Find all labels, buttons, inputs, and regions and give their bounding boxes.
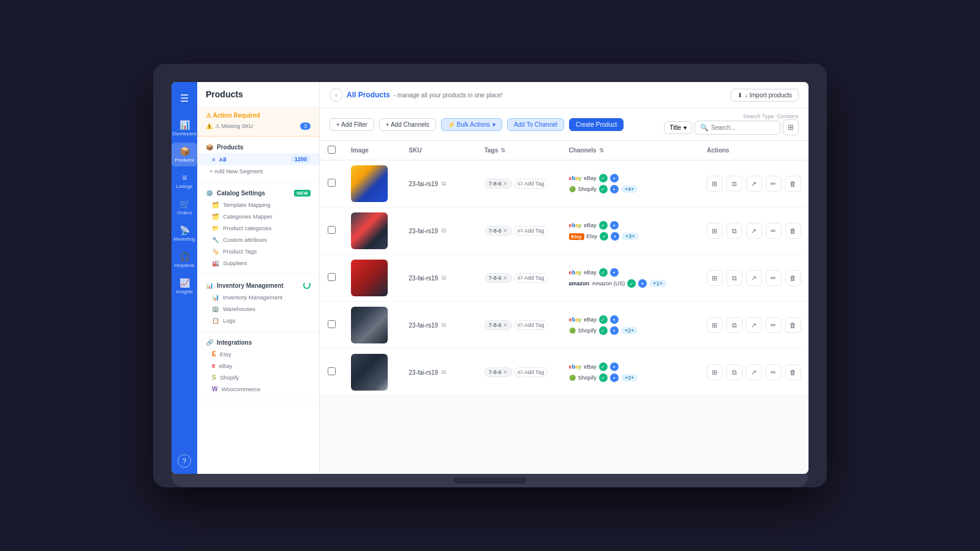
sidebar-item-warehouses[interactable]: 🏢 Warehouses [197,303,319,315]
sidebar-item-products[interactable]: 📦 Products [172,143,197,167]
duplicate-action-button[interactable]: ⧉ [726,364,742,380]
export-action-button[interactable]: ↗ [746,270,762,286]
products-section-title[interactable]: 📦 Products [197,141,319,153]
add-tag-button[interactable]: 🏷 Add Tag [514,367,548,377]
sidebar-item-listings[interactable]: ≡ Listings [172,169,197,193]
export-action-button[interactable]: ↗ [746,223,762,239]
back-button[interactable]: ‹ [330,88,343,102]
delete-action-button[interactable]: 🗑 [785,364,801,380]
logo-button[interactable]: ☰ [175,88,194,108]
sidebar-item-shopify[interactable]: S Shopify [197,372,319,383]
edit-action-button[interactable]: ✏ [766,176,782,192]
view-action-button[interactable]: ⊞ [707,270,723,286]
edit-action-button[interactable]: ✏ [766,270,782,286]
delete-action-button[interactable]: 🗑 [785,176,801,192]
etsy-icon: E [212,351,216,358]
sidebar-item-helpdesk[interactable]: 🎧 Helpdesk [172,248,197,272]
duplicate-action-button[interactable]: ⧉ [726,223,742,239]
sidebar-item-custom-attributes[interactable]: 🔧 Custom attribues [197,234,319,246]
add-tag-button[interactable]: 🏷 Add Tag [514,273,548,283]
bulk-actions-button[interactable]: ⚡ Bulk Actions ▾ [441,118,502,131]
add-segment-button[interactable]: + Add New Segment [197,165,319,177]
export-action-button[interactable]: ↗ [746,176,762,192]
sidebar-item-dashboard[interactable]: 📊 Dashboard [172,116,197,140]
remove-tag-button[interactable]: ✕ [503,322,508,328]
add-channels-button[interactable]: + Add Channels [379,118,436,131]
title-select[interactable]: Title ▾ [664,121,692,134]
more-channels-badge[interactable]: +4+ [621,186,638,193]
add-tag-label: Add Tag [524,322,545,328]
copy-sku-button[interactable]: ⧉ [442,274,446,282]
sidebar-item-template-mapping[interactable]: 🗂️ Template Mapping [197,199,319,211]
sidebar-item-categories-mapper[interactable]: 🗂️ Categories Mapper [197,211,319,222]
more-channels-badge[interactable]: +3+ [621,374,638,381]
channels-sort-icon[interactable]: ⇅ [599,147,604,154]
sidebar-item-ebay[interactable]: e eBay [197,360,319,372]
add-tag-button[interactable]: 🏷 Add Tag [514,320,548,330]
sidebar-item-woocommerce[interactable]: W Woocommerce [197,383,319,395]
sidebar-item-insights[interactable]: 📈 Insights [172,274,197,298]
row-checkbox[interactable] [328,320,336,328]
sidebar-item-product-categories[interactable]: 📁 Product categories [197,222,319,234]
add-to-channel-button[interactable]: Add To Channel [507,118,564,131]
export-action-button[interactable]: ↗ [746,364,762,380]
view-action-button[interactable]: ⊞ [707,176,723,192]
add-tag-button[interactable]: 🏷 Add Tag [514,226,548,236]
sidebar-item-product-tags[interactable]: 🏷️ Product Tags [197,246,319,257]
catalog-section-title[interactable]: ⚙️ Catalog Settings NEW [197,187,319,199]
delete-action-button[interactable]: 🗑 [785,270,801,286]
view-action-button[interactable]: ⊞ [707,364,723,380]
copy-sku-button[interactable]: ⧉ [442,227,446,234]
copy-sku-button[interactable]: ⧉ [442,321,446,329]
remove-tag-button[interactable]: ✕ [503,275,508,281]
more-channels-badge[interactable]: +3+ [622,233,639,240]
alert-missing-sku[interactable]: ⚠️ ⚠ Missing SKU 3 [206,121,311,131]
sidebar-item-marketing[interactable]: 📡 Marketing [172,222,197,246]
import-button[interactable]: ⬇ ↓ Import products [731,89,799,102]
integrations-title[interactable]: 🔗 Integrations [197,337,319,348]
more-channels-badge[interactable]: +2+ [621,327,638,334]
select-all-checkbox[interactable] [328,146,336,154]
edit-action-button[interactable]: ✏ [766,317,782,333]
grid-view-button[interactable]: ⊞ [783,119,799,135]
view-action-button[interactable]: ⊞ [707,317,723,333]
sidebar-item-all[interactable]: ≡ All 1200 [197,153,319,165]
product-image-cell [344,160,401,208]
sidebar-item-suppliers[interactable]: 🏭 Suppliers [197,257,319,269]
row-checkbox[interactable] [328,273,336,281]
row-checkbox[interactable] [328,226,336,234]
copy-sku-button[interactable]: ⧉ [442,369,446,376]
sidebar-item-orders[interactable]: 🛒 Orders [172,195,197,219]
search-input[interactable] [711,124,775,131]
channel-name: eBay [584,222,597,228]
row-checkbox[interactable] [328,179,336,187]
more-channels-badge[interactable]: +1+ [649,280,666,287]
channel-name: eBay [584,317,597,323]
view-action-button[interactable]: ⊞ [707,223,723,239]
remove-tag-button[interactable]: ✕ [503,228,508,234]
row-checkbox[interactable] [328,367,336,375]
sidebar-item-etsy[interactable]: E Etsy [197,348,319,360]
remove-tag-button[interactable]: ✕ [503,369,508,375]
delete-action-button[interactable]: 🗑 [785,317,801,333]
copy-sku-button[interactable]: ⧉ [442,180,446,187]
add-tag-button[interactable]: 🏷 Add Tag [514,179,548,189]
sidebar-item-logs[interactable]: 📋 Logs [197,315,319,326]
edit-action-button[interactable]: ✏ [766,364,782,380]
delete-action-button[interactable]: 🗑 [785,223,801,239]
inventory-section-title[interactable]: 📊 Inventory Management [197,279,319,291]
select-all-header[interactable] [320,141,344,160]
remove-tag-button[interactable]: ✕ [503,181,508,187]
duplicate-action-button[interactable]: ⧉ [726,317,742,333]
export-action-button[interactable]: ↗ [746,317,762,333]
create-product-button[interactable]: Create Product [569,118,624,131]
sidebar-item-inventory-management[interactable]: 📊 Inventory Management [197,291,319,303]
duplicate-action-button[interactable]: ⧉ [726,176,742,192]
product-sku-cell: 23-fai-rs19 ⧉ [401,302,477,349]
duplicate-action-button[interactable]: ⧉ [726,270,742,286]
add-filter-button[interactable]: + Add Filter [330,118,374,131]
edit-action-button[interactable]: ✏ [766,223,782,239]
search-type-label: Search Type: Contains [743,113,799,119]
tags-sort-icon[interactable]: ⇅ [500,147,505,154]
help-button[interactable]: ? [178,454,191,468]
